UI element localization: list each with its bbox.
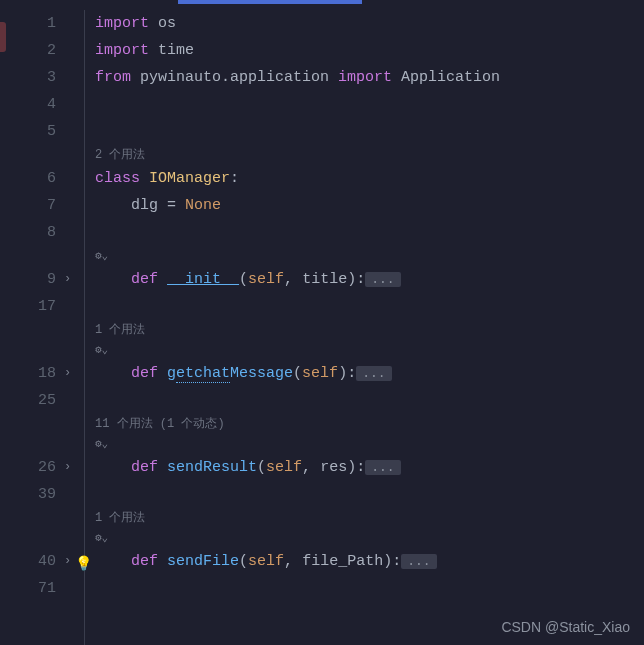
code-line[interactable]: def __init__(self, title):... bbox=[95, 266, 644, 293]
code-line[interactable] bbox=[95, 293, 644, 320]
code-editor: 12345678917182526394071 ›››› import osim… bbox=[0, 0, 644, 645]
line-number: 3 bbox=[0, 64, 56, 91]
usage-hint[interactable]: 1 个用法 bbox=[95, 508, 644, 528]
line-number: 9 bbox=[0, 266, 56, 293]
line-number: 40 bbox=[0, 548, 56, 575]
usage-hint[interactable]: 1 个用法 bbox=[95, 320, 644, 340]
code-line[interactable]: def sendFile(self, file_Path):...💡 bbox=[95, 548, 644, 575]
usage-hint[interactable]: 11 个用法 (1 个动态) bbox=[95, 414, 644, 434]
line-number: 25 bbox=[0, 387, 56, 414]
code-content[interactable]: import osimport timefrom pywinauto.appli… bbox=[84, 10, 644, 645]
code-line[interactable]: import os bbox=[95, 10, 644, 37]
override-gutter-icon[interactable]: ⚙⌄ bbox=[95, 340, 644, 360]
line-number: 18 bbox=[0, 360, 56, 387]
fold-gutter: ›››› bbox=[64, 10, 84, 645]
scroll-indicator bbox=[178, 0, 362, 4]
override-gutter-icon[interactable]: ⚙⌄ bbox=[95, 434, 644, 454]
usage-hint[interactable]: 2 个用法 bbox=[95, 145, 644, 165]
lightbulb-icon[interactable]: 💡 bbox=[75, 551, 92, 578]
line-number-gutter: 12345678917182526394071 bbox=[0, 10, 64, 645]
fold-ellipsis[interactable]: ... bbox=[365, 272, 400, 287]
code-line[interactable] bbox=[95, 219, 644, 246]
line-number: 17 bbox=[0, 293, 56, 320]
line-number: 8 bbox=[0, 219, 56, 246]
line-number: 5 bbox=[0, 118, 56, 145]
fold-ellipsis[interactable]: ... bbox=[356, 366, 391, 381]
code-line[interactable] bbox=[95, 118, 644, 145]
watermark-text: CSDN @Static_Xiao bbox=[501, 619, 630, 635]
code-line[interactable]: def getchatMessage(self):... bbox=[95, 360, 644, 387]
override-gutter-icon[interactable]: ⚙⌄ bbox=[95, 246, 644, 266]
line-number: 26 bbox=[0, 454, 56, 481]
fold-chevron-icon[interactable]: › bbox=[64, 366, 71, 380]
code-line[interactable] bbox=[95, 575, 644, 602]
code-line[interactable] bbox=[95, 481, 644, 508]
line-number: 2 bbox=[0, 37, 56, 64]
override-gutter-icon[interactable]: ⚙⌄ bbox=[95, 528, 644, 548]
code-line[interactable]: from pywinauto.application import Applic… bbox=[95, 64, 644, 91]
line-number: 39 bbox=[0, 481, 56, 508]
line-number: 71 bbox=[0, 575, 56, 602]
fold-chevron-icon[interactable]: › bbox=[64, 272, 71, 286]
code-line[interactable] bbox=[95, 387, 644, 414]
fold-ellipsis[interactable]: ... bbox=[401, 554, 436, 569]
fold-chevron-icon[interactable]: › bbox=[64, 460, 71, 474]
line-number: 1 bbox=[0, 10, 56, 37]
fold-chevron-icon[interactable]: › bbox=[64, 554, 71, 568]
code-line[interactable]: def sendResult(self, res):... bbox=[95, 454, 644, 481]
code-line[interactable]: class IOManager: bbox=[95, 165, 644, 192]
line-number: 4 bbox=[0, 91, 56, 118]
fold-ellipsis[interactable]: ... bbox=[365, 460, 400, 475]
line-number: 7 bbox=[0, 192, 56, 219]
line-number: 6 bbox=[0, 165, 56, 192]
code-line[interactable]: import time bbox=[95, 37, 644, 64]
code-line[interactable]: dlg = None bbox=[95, 192, 644, 219]
code-line[interactable] bbox=[95, 91, 644, 118]
